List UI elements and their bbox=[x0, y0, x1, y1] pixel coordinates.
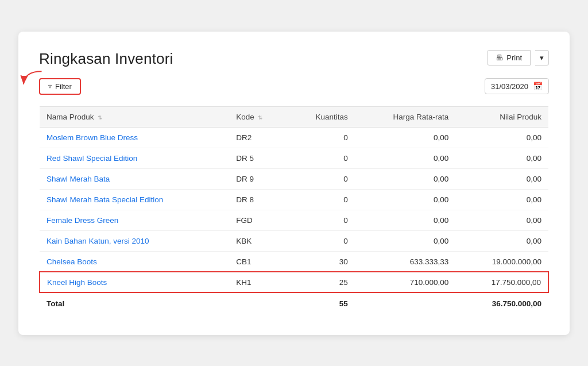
date-value: 31/03/2020 bbox=[491, 82, 528, 91]
cell-nama[interactable]: Shawl Merah Bata Special Edition bbox=[40, 189, 229, 210]
cell-nilai: 0,00 bbox=[455, 189, 548, 210]
cell-kode: DR 8 bbox=[229, 189, 288, 210]
cell-harga: 633.333,33 bbox=[355, 251, 455, 272]
header-row: Ringkasan Inventori 🖶 Print ▾ bbox=[39, 50, 549, 68]
cell-harga: 0,00 bbox=[355, 168, 455, 189]
inventory-table: Nama Produk ⇅ Kode ⇅ Kuantitas Harga Rat… bbox=[39, 106, 549, 314]
cell-nilai: 0,00 bbox=[455, 230, 548, 251]
table-row: Moslem Brown Blue DressDR200,000,00 bbox=[40, 127, 548, 148]
print-icon: 🖶 bbox=[496, 53, 503, 62]
page-title: Ringkasan Inventori bbox=[39, 50, 173, 68]
total-kuantitas: 55 bbox=[288, 292, 355, 314]
table-row: Female Dress GreenFGD00,000,00 bbox=[40, 210, 548, 230]
cell-nama[interactable]: Red Shawl Special Edition bbox=[40, 148, 229, 168]
cell-nilai: 19.000.000,00 bbox=[455, 251, 548, 272]
cell-nama[interactable]: Female Dress Green bbox=[40, 210, 229, 230]
cell-kode: DR 9 bbox=[229, 168, 288, 189]
col-nama: Nama Produk ⇅ bbox=[40, 106, 229, 127]
cell-kode: DR 5 bbox=[229, 148, 288, 168]
table-header-row: Nama Produk ⇅ Kode ⇅ Kuantitas Harga Rat… bbox=[40, 106, 548, 127]
table-row: Kain Bahan Katun, versi 2010KBK00,000,00 bbox=[40, 230, 548, 251]
cell-nilai: 17.750.000,00 bbox=[455, 272, 548, 292]
filter-icon: ▿ bbox=[48, 82, 52, 90]
cell-harga: 0,00 bbox=[355, 189, 455, 210]
cell-harga: 710.000,00 bbox=[355, 272, 455, 292]
col-harga: Harga Rata-rata bbox=[355, 106, 455, 127]
table-row: Shawl Merah BataDR 900,000,00 bbox=[40, 168, 548, 189]
cell-kode: CB1 bbox=[229, 251, 288, 272]
col-kuantitas: Kuantitas bbox=[288, 106, 355, 127]
table-row: Chelsea BootsCB130633.333,3319.000.000,0… bbox=[40, 251, 548, 272]
print-button[interactable]: 🖶 Print bbox=[487, 50, 531, 66]
table-row: Red Shawl Special EditionDR 500,000,00 bbox=[40, 148, 548, 168]
cell-nilai: 0,00 bbox=[455, 210, 548, 230]
calendar-icon: 📅 bbox=[533, 82, 543, 91]
table-row: Shawl Merah Bata Special EditionDR 800,0… bbox=[40, 189, 548, 210]
col-nilai: Nilai Produk bbox=[455, 106, 548, 127]
cell-kuantitas: 0 bbox=[288, 189, 355, 210]
total-kode bbox=[229, 292, 288, 314]
table-row: Kneel High BootsKH125710.000,0017.750.00… bbox=[40, 272, 548, 292]
cell-nilai: 0,00 bbox=[455, 148, 548, 168]
table-footer-row: Total 55 36.750.000,00 bbox=[40, 292, 548, 314]
cell-kode: FGD bbox=[229, 210, 288, 230]
cell-kode: DR2 bbox=[229, 127, 288, 148]
cell-kuantitas: 0 bbox=[288, 168, 355, 189]
cell-kuantitas: 30 bbox=[288, 251, 355, 272]
header-right: 🖶 Print ▾ bbox=[487, 50, 549, 66]
filter-label: Filter bbox=[55, 82, 72, 91]
cell-kode: KBK bbox=[229, 230, 288, 251]
cell-kuantitas: 25 bbox=[288, 272, 355, 292]
cell-nama[interactable]: Shawl Merah Bata bbox=[40, 168, 229, 189]
total-nilai: 36.750.000,00 bbox=[455, 292, 548, 314]
cell-kuantitas: 0 bbox=[288, 127, 355, 148]
date-input[interactable]: 31/03/2020 📅 bbox=[485, 78, 549, 94]
cell-kuantitas: 0 bbox=[288, 230, 355, 251]
cell-kuantitas: 0 bbox=[288, 210, 355, 230]
cell-harga: 0,00 bbox=[355, 210, 455, 230]
cell-harga: 0,00 bbox=[355, 148, 455, 168]
cell-nama[interactable]: Kneel High Boots bbox=[40, 272, 229, 292]
print-label: Print bbox=[506, 53, 522, 62]
filter-button[interactable]: ▿ Filter bbox=[39, 78, 81, 95]
cell-nama[interactable]: Moslem Brown Blue Dress bbox=[40, 127, 229, 148]
sort-icon-kode: ⇅ bbox=[258, 114, 262, 121]
col-kode: Kode ⇅ bbox=[229, 106, 288, 127]
inventory-summary-card: Ringkasan Inventori 🖶 Print ▾ bbox=[18, 32, 570, 335]
toolbar-row: ▿ Filter 31/03/2020 📅 bbox=[39, 78, 549, 95]
cell-nama[interactable]: Chelsea Boots bbox=[40, 251, 229, 272]
cell-kuantitas: 0 bbox=[288, 148, 355, 168]
sort-icon-nama: ⇅ bbox=[98, 114, 102, 121]
cell-nilai: 0,00 bbox=[455, 168, 548, 189]
cell-harga: 0,00 bbox=[355, 230, 455, 251]
total-harga bbox=[355, 292, 455, 314]
print-dropdown-button[interactable]: ▾ bbox=[535, 50, 549, 66]
cell-nilai: 0,00 bbox=[455, 127, 548, 148]
cell-harga: 0,00 bbox=[355, 127, 455, 148]
cell-kode: KH1 bbox=[229, 272, 288, 292]
chevron-down-icon: ▾ bbox=[540, 53, 544, 62]
total-label: Total bbox=[40, 292, 229, 314]
cell-nama[interactable]: Kain Bahan Katun, versi 2010 bbox=[40, 230, 229, 251]
